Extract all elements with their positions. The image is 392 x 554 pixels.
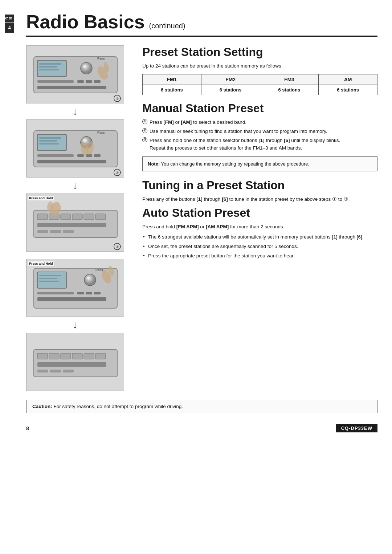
svg-text:②: ② [116,171,119,175]
svg-rect-63 [94,292,101,294]
sidebar-label: E N G L I S H 4 [3,15,16,33]
svg-rect-11 [94,80,101,83]
svg-rect-72 [61,353,71,359]
svg-rect-62 [86,292,92,294]
caution-text: For safety reasons, do not attempt to pr… [54,404,183,409]
step-marker-2: ② [142,128,147,133]
bottom-bar: 8 CQ-DP33EW [26,420,377,432]
svg-rect-56 [39,278,57,279]
svg-point-7 [83,65,86,68]
sidebar-number: 4 [5,23,14,33]
two-col-layout: Pans ① ↓ [26,45,377,391]
svg-text:Pans: Pans [97,57,105,60]
svg-rect-70 [37,353,48,359]
svg-rect-2 [37,60,66,77]
svg-rect-44 [37,223,106,227]
svg-rect-20 [37,134,66,151]
auto-bullet-3: Press the appropriate preset button for … [142,252,377,260]
svg-rect-10 [86,80,92,83]
auto-bullet-2: Once set, the preset stations are sequen… [142,243,377,250]
svg-rect-38 [37,214,48,220]
image-step-3-presshold: ③ Press and Hold [26,194,124,252]
svg-rect-46 [50,230,61,233]
svg-text:Pans: Pans [95,268,103,272]
svg-rect-57 [39,281,59,282]
svg-point-58 [84,274,96,286]
table-header-fm3: FM3 [260,74,319,85]
main-content: Radio Basics (continued) [19,0,392,443]
svg-rect-45 [37,230,48,233]
svg-rect-22 [39,140,57,142]
sidebar: E N G L I S H 4 [0,0,19,554]
svg-rect-75 [95,353,106,359]
table-cell-fm1: 6 stations [143,85,201,95]
press-hold-label-3: Press and Hold [28,196,54,200]
svg-text:③: ③ [116,245,119,249]
model-badge: CQ-DP33EW [336,424,377,432]
page-number: 8 [26,425,29,431]
note-label: Note: [148,161,160,167]
manual-step-3: ③ Press and hold one of the station sele… [142,137,377,152]
svg-rect-5 [39,69,59,70]
svg-point-6 [81,62,92,74]
svg-rect-76 [37,362,106,367]
svg-rect-29 [94,154,101,157]
svg-rect-4 [39,66,57,68]
table-header-am: AM [319,74,377,85]
caution-box: Caution: For safety reasons, do not atte… [26,400,377,413]
svg-rect-42 [84,214,94,220]
svg-rect-79 [63,370,74,372]
image-step-2: Pans ② [26,119,124,178]
table-cell-fm3: 6 stations [260,85,319,95]
svg-rect-26 [37,154,74,157]
left-col-images: Pans ① ↓ [26,45,135,391]
sidebar-letters: E N G L I S H [0,17,13,20]
svg-rect-74 [84,353,94,359]
svg-point-25 [83,139,86,142]
manual-step-2: ② Use manual or seek tuning to find a st… [142,128,377,135]
manual-step-1: ① Press [FM] or [AM] to select a desired… [142,119,377,126]
down-arrow-3: ↓ [26,319,124,331]
sidebar-language: E N G L I S H [5,15,14,23]
step-marker-1: ① [142,119,147,124]
svg-rect-9 [77,80,84,83]
svg-rect-8 [37,80,74,83]
image-result [26,333,124,391]
tuning-preset-text: Press any of the buttons [1] through [6]… [142,196,377,203]
svg-rect-43 [95,214,106,220]
right-col-text: Preset Station Setting Up to 24 stations… [142,45,377,391]
step-marker-3: ③ [142,137,147,142]
image-auto-presshold: Pans Press and Hold [26,259,124,317]
table-header-fm1: FM1 [143,74,201,85]
manual-steps-list: ① Press [FM] or [AM] to select a desired… [142,119,377,152]
caution-label: Caution: [32,404,52,409]
image-step-1: Pans ① [26,45,124,103]
auto-station-preset-title: Auto Station Preset [142,206,377,220]
preset-station-setting-title: Preset Station Setting [142,45,377,59]
header-rule [26,36,377,37]
press-hold-label-auto: Press and Hold [28,261,54,266]
table-header-fm2: FM2 [201,74,260,85]
tuning-preset-title: Tuning in a Preset Station [142,179,377,192]
svg-point-59 [87,277,90,280]
svg-text:①: ① [116,97,119,101]
svg-text:Pans: Pans [97,131,105,134]
svg-rect-73 [72,353,82,359]
page-title: Radio Basics [26,11,145,33]
svg-rect-30 [37,160,106,163]
table-cell-fm2: 6 stations [201,85,260,95]
svg-rect-40 [61,214,71,220]
table-cell-am: 6 stations [319,85,377,95]
svg-rect-78 [50,370,61,372]
auto-bullet-1: The 6 strongest available stations will … [142,233,377,241]
svg-rect-61 [77,292,84,294]
svg-rect-60 [37,292,74,294]
preset-intro: Up to 24 stations can be preset in the s… [142,62,377,70]
svg-rect-41 [72,214,82,220]
svg-rect-71 [49,353,59,359]
svg-rect-47 [63,230,74,233]
note-text: You can change the memory setting by rep… [161,161,310,167]
auto-intro: Press and hold [FM APM] or [AM APM] for … [142,223,377,231]
down-arrow-1: ↓ [26,106,124,117]
preset-table: FM1 FM2 FM3 AM 6 stations 6 stations 6 s… [142,74,377,95]
